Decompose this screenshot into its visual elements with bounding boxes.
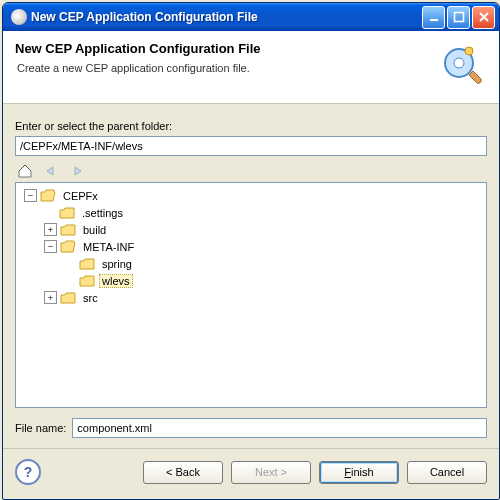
tree-item[interactable]: .settings xyxy=(18,204,484,221)
titlebar[interactable]: New CEP Application Configuration File xyxy=(3,3,499,31)
folder-icon xyxy=(60,291,76,305)
dialog-window: New CEP Application Configuration File N… xyxy=(2,2,500,500)
tree-item-label: src xyxy=(80,291,101,305)
tree-item-label: .settings xyxy=(79,206,126,220)
folder-tree[interactable]: − CEPFx .settings + build − META-INF xyxy=(15,182,487,408)
parent-folder-label: Enter or select the parent folder: xyxy=(15,120,487,132)
folder-open-icon xyxy=(60,240,76,254)
nav-back-icon xyxy=(41,162,61,180)
tree-item-label: CEPFx xyxy=(60,189,101,203)
wizard-banner: New CEP Application Configuration File C… xyxy=(3,31,499,104)
folder-icon xyxy=(60,223,76,237)
expand-icon[interactable]: + xyxy=(44,223,57,236)
wizard-body: Enter or select the parent folder: − CEP… xyxy=(3,104,499,448)
tree-item[interactable]: spring xyxy=(18,255,484,272)
filename-input[interactable] xyxy=(72,418,487,438)
tree-item-label: wlevs xyxy=(99,274,133,288)
finish-button[interactable]: Finish xyxy=(319,461,399,484)
help-icon[interactable]: ? xyxy=(15,459,41,485)
svg-rect-1 xyxy=(454,13,463,22)
window-minimize-button[interactable] xyxy=(422,6,445,29)
filename-label: File name: xyxy=(15,422,66,434)
svg-point-3 xyxy=(454,58,464,68)
banner-subtext: Create a new CEP application configurati… xyxy=(17,62,439,74)
parent-folder-input[interactable] xyxy=(15,136,487,156)
tree-item-selected[interactable]: wlevs xyxy=(18,272,484,289)
nav-forward-icon xyxy=(67,162,87,180)
wizard-footer: ? < Back Next > Finish Cancel xyxy=(3,449,499,499)
tree-item-label: build xyxy=(80,223,109,237)
tree-item[interactable]: + src xyxy=(18,289,484,306)
window-close-button[interactable] xyxy=(472,6,495,29)
expand-icon[interactable]: + xyxy=(44,291,57,304)
banner-heading: New CEP Application Configuration File xyxy=(15,41,439,56)
tree-root[interactable]: − CEPFx xyxy=(18,187,484,204)
folder-icon xyxy=(79,274,95,288)
banner-icon xyxy=(439,41,487,89)
folder-open-icon xyxy=(40,189,56,203)
back-button[interactable]: < Back xyxy=(143,461,223,484)
collapse-icon[interactable]: − xyxy=(44,240,57,253)
window-title: New CEP Application Configuration File xyxy=(31,10,420,24)
app-icon xyxy=(11,9,27,25)
svg-rect-0 xyxy=(430,19,438,21)
folder-icon xyxy=(59,206,75,220)
collapse-icon[interactable]: − xyxy=(24,189,37,202)
tree-nav-toolbar xyxy=(15,162,487,180)
folder-icon xyxy=(79,257,95,271)
tree-item-label: spring xyxy=(99,257,135,271)
home-icon[interactable] xyxy=(15,162,35,180)
cancel-button[interactable]: Cancel xyxy=(407,461,487,484)
tree-item[interactable]: − META-INF xyxy=(18,238,484,255)
next-button: Next > xyxy=(231,461,311,484)
window-maximize-button[interactable] xyxy=(447,6,470,29)
tree-item-label: META-INF xyxy=(80,240,137,254)
tree-item[interactable]: + build xyxy=(18,221,484,238)
